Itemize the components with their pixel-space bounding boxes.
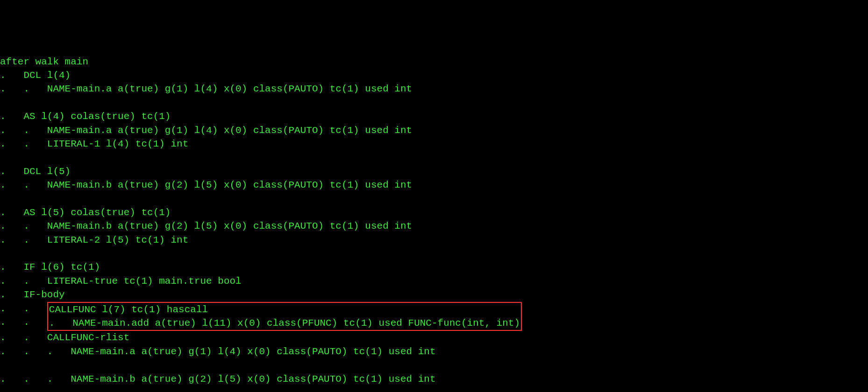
terminal-line: . . LITERAL-1 l(4) tc(1) int	[0, 137, 868, 151]
terminal-line: . . CALLFUNC-rlist	[0, 331, 868, 344]
terminal-line: . IF l(6) tc(1)	[0, 260, 868, 274]
highlight-box: CALLFUNC l(7) tc(1) hascall . NAME-main.…	[47, 302, 522, 331]
terminal-output: after walk main. DCL l(4). . NAME-main.a…	[0, 55, 868, 386]
terminal-line: . . NAME-main.a a(true) g(1) l(4) x(0) c…	[0, 124, 868, 137]
highlight-prefix-column: . . . .	[0, 302, 47, 329]
terminal-line: . AS l(4) colas(true) tc(1)	[0, 110, 868, 123]
terminal-line	[0, 358, 868, 372]
terminal-line: . . LITERAL-2 l(5) tc(1) int	[0, 233, 868, 247]
terminal-line	[0, 247, 868, 260]
terminal-line	[0, 96, 868, 110]
terminal-line	[0, 151, 868, 164]
terminal-line: . AS l(5) colas(true) tc(1)	[0, 206, 868, 219]
terminal-line	[0, 192, 868, 205]
terminal-line: . . LITERAL-true tc(1) main.true bool	[0, 274, 868, 288]
highlighted-line: . NAME-main.add a(true) l(11) x(0) class…	[49, 316, 520, 330]
terminal-line-prefix: . .	[0, 302, 47, 315]
terminal-line: . . NAME-main.b a(true) g(2) l(5) x(0) c…	[0, 178, 868, 192]
terminal-line: . DCL l(4)	[0, 69, 868, 82]
highlighted-section-row: . . . . CALLFUNC l(7) tc(1) hascall . NA…	[0, 302, 868, 331]
terminal-line: after walk main	[0, 55, 868, 69]
terminal-line: . DCL l(5)	[0, 165, 868, 178]
terminal-line: . . . NAME-main.b a(true) g(2) l(5) x(0)…	[0, 372, 868, 386]
terminal-line-prefix: . .	[0, 315, 47, 329]
terminal-line: . . NAME-main.b a(true) g(2) l(5) x(0) c…	[0, 219, 868, 233]
terminal-line: . . . NAME-main.a a(true) g(1) l(4) x(0)…	[0, 345, 868, 358]
terminal-line: . IF-body	[0, 288, 868, 301]
terminal-line: . . NAME-main.a a(true) g(1) l(4) x(0) c…	[0, 82, 868, 96]
highlighted-line: CALLFUNC l(7) tc(1) hascall	[49, 303, 520, 316]
